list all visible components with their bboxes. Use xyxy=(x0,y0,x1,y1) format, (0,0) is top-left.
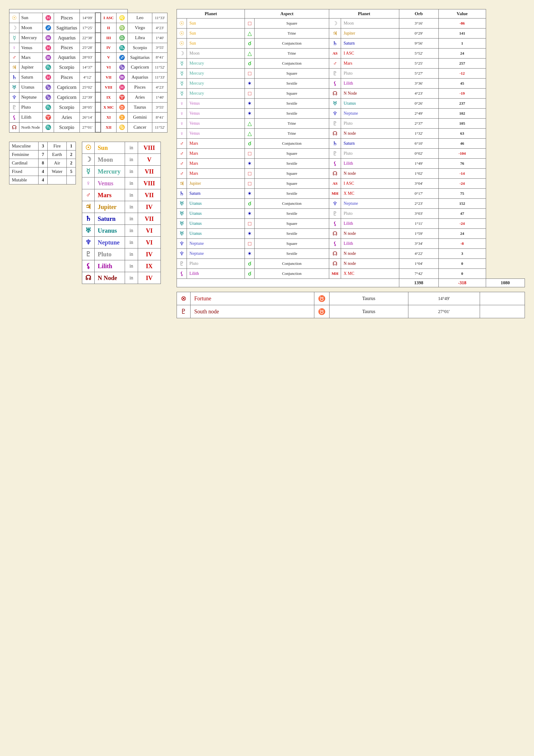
right-panel: Planet Aspect Planet Orb Value ☉Sun□Squa… xyxy=(176,9,525,318)
asp-sym-9: ✶ xyxy=(245,109,254,119)
aspect-row-23: ♆Neptune✶Sextile☊N node4°22'3 xyxy=(177,249,525,259)
elem-cell-2-2: Air xyxy=(47,159,67,168)
planet-sign-sym-0: ♓ xyxy=(42,13,54,23)
asp-sym-14: ✶ xyxy=(245,159,254,169)
asp-p1-sym-10: ♀ xyxy=(177,119,187,129)
ph-house-3: VIII xyxy=(138,177,161,189)
asp-p1-name-8: Venus xyxy=(187,98,245,109)
ph-in-11: in xyxy=(125,272,138,284)
elem-cell-2-3: 2 xyxy=(67,159,76,168)
ph-name-5: Jupiter xyxy=(95,201,125,213)
planet-sign-name-1: Sagittarius xyxy=(54,23,79,33)
elem-cell-0-1: 3 xyxy=(39,142,48,150)
asp-p1-name-14: Mars xyxy=(187,159,245,169)
asp-val-20: -24 xyxy=(439,219,486,229)
asp-orb-17: 0°17' xyxy=(399,189,439,199)
asp-orb-7: 4°23' xyxy=(399,89,439,98)
fortune-sym-1: ♇ xyxy=(177,305,191,318)
asp-p2-name-20: Lilith xyxy=(341,219,399,229)
asp-p1-name-11: Venus xyxy=(187,129,245,139)
asp-p1-sym-23: ♆ xyxy=(177,249,187,259)
planet-symbol-Venus: ♀ xyxy=(10,43,19,52)
aspect-row-0: ☉Sun□Square☽Moon3°16'-86 xyxy=(177,18,525,29)
asp-val-15: -14 xyxy=(439,169,486,179)
house-deg-6: 11°33' xyxy=(152,72,168,82)
planet-deg-11: 27°01' xyxy=(80,122,95,132)
asp-p2-sym-3: AS xyxy=(329,48,341,59)
asp-word-0: Square xyxy=(254,18,329,29)
divider-8 xyxy=(95,92,101,102)
asp-sym-21: ✶ xyxy=(245,229,254,239)
planet-deg-4: 28°03' xyxy=(80,52,95,62)
aspect-row-1: ☉Sun△Trine♃Jupiter0°29'141 xyxy=(177,29,525,39)
asp-p2-sym-7: ☊ xyxy=(329,89,341,98)
planet-symbol-Uranus: ♅ xyxy=(10,82,19,92)
ph-symbol-11: ☊ xyxy=(82,272,95,284)
asp-p1-name-12: Mars xyxy=(187,139,245,148)
asp-p2-sym-4: ♂ xyxy=(329,59,341,68)
house-num-8: IX xyxy=(101,92,117,102)
aspect-row-2: ☉Sun☌Conjunction♄Saturn9°56'1 xyxy=(177,39,525,48)
aspect-row-24: ♇Pluto☌Conjunction☊N node1°04'0 xyxy=(177,259,525,269)
ph-house-6: VII xyxy=(138,213,161,225)
asp-word-16: Square xyxy=(254,179,329,189)
fortune-sym-0: ⊗ xyxy=(177,292,191,305)
planet-deg-3: 25°28' xyxy=(80,43,95,52)
planet-symbol-Mercury: ☿ xyxy=(10,33,19,43)
total-val-2: 1080 xyxy=(486,279,524,287)
planet-symbol-Sun: ☉ xyxy=(10,13,19,23)
ph-symbol-2: ☿ xyxy=(82,166,95,177)
asp-word-3: Trine xyxy=(254,48,329,59)
asp-p1-sym-18: ♅ xyxy=(177,199,187,209)
planet-deg-9: 28°05' xyxy=(80,102,95,112)
asp-p2-sym-13: ♇ xyxy=(329,148,341,159)
planet-sign-name-10: Aries xyxy=(54,112,79,122)
asp-orb-21: 1°59' xyxy=(399,229,439,239)
asp-sym-0: □ xyxy=(245,18,254,29)
aspect-row-10: ♀Venus△Trine♇Pluto2°37'105 xyxy=(177,119,525,129)
asp-p2-name-19: Pluto xyxy=(341,209,399,219)
elem-cell-0-0: Masculine xyxy=(10,142,39,150)
asp-p2-name-17: X MC xyxy=(341,189,399,199)
asp-p2-name-18: Neptune xyxy=(341,199,399,209)
planet-sign-name-7: Capricorn xyxy=(54,82,79,92)
asp-p1-sym-11: ♀ xyxy=(177,129,187,139)
asp-sym-10: △ xyxy=(245,119,254,129)
fortune-sign-sym-0: ♉ xyxy=(314,292,330,305)
asp-p1-name-20: Uranus xyxy=(187,219,245,229)
fortune-extra-0 xyxy=(480,292,524,305)
aspect-row-22: ♆Neptune□Square⚸Lilith3°34'-8 xyxy=(177,239,525,249)
asp-orb-16: 3°04' xyxy=(399,179,439,189)
asp-word-21: Sextile xyxy=(254,229,329,239)
asp-p1-sym-9: ♀ xyxy=(177,109,187,119)
asp-val-8: 237 xyxy=(439,98,486,109)
aspect-header-orb: Orb xyxy=(399,10,439,18)
planet-deg-0: 14°09' xyxy=(80,13,95,23)
asp-sym-16: □ xyxy=(245,179,254,189)
asp-sym-15: □ xyxy=(245,169,254,179)
aspect-total-row: 1398-3181080 xyxy=(177,279,525,287)
asp-word-15: Square xyxy=(254,169,329,179)
house-sign-sym-10: ♊ xyxy=(117,112,128,122)
house-sign-name-7: Pisces xyxy=(128,82,152,92)
planet-sign-name-2: Aquarius xyxy=(54,33,79,43)
asp-p1-name-21: Uranus xyxy=(187,229,245,239)
asp-orb-2: 9°56' xyxy=(399,39,439,48)
ph-in-9: in xyxy=(125,249,138,260)
asp-p2-name-0: Moon xyxy=(341,18,399,29)
house-num-2: III xyxy=(101,33,117,43)
elem-cell-4-0: Mutable xyxy=(10,176,39,184)
ph-name-0: Sun xyxy=(95,142,125,154)
aspect-row-16: ♃Jupiter□SquareASI ASC3°04'-24 xyxy=(177,179,525,189)
asp-orb-15: 1°02' xyxy=(399,169,439,179)
planet-name-Moon: Moon xyxy=(19,23,43,33)
asp-sym-25: ☌ xyxy=(245,269,254,279)
asp-p1-sym-1: ☉ xyxy=(177,29,187,39)
asp-p2-sym-14: ⚸ xyxy=(329,159,341,169)
aspect-row-11: ♀Venus△Trine☊N node1°32'63 xyxy=(177,129,525,139)
planet-sign-name-11: Scorpio xyxy=(54,122,79,132)
asp-p2-sym-0: ☽ xyxy=(329,18,341,29)
asp-p1-name-19: Uranus xyxy=(187,209,245,219)
asp-sym-4: ☌ xyxy=(245,59,254,68)
elem-cell-3-0: Fixed xyxy=(10,168,39,176)
